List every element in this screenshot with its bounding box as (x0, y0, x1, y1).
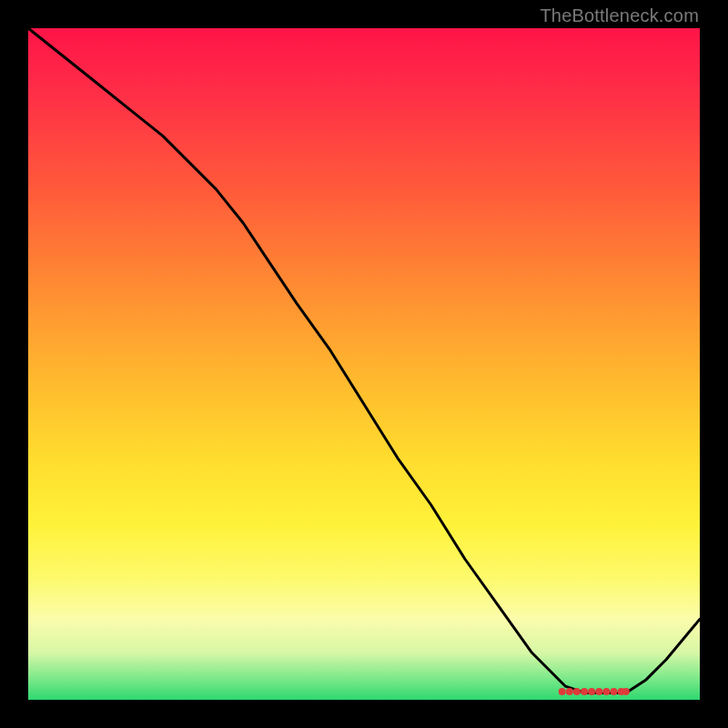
marker-dot (573, 688, 581, 695)
chart-frame: TheBottleneck.com (0, 0, 728, 728)
markers-svg (28, 28, 700, 700)
curve-path (28, 28, 700, 693)
plot-area (28, 28, 700, 700)
marker-dot (566, 688, 573, 695)
credit-text: TheBottleneck.com (540, 5, 699, 26)
marker-group (559, 688, 630, 695)
marker-dot (595, 688, 602, 695)
marker-dot (559, 688, 566, 695)
marker-dot (602, 688, 610, 695)
marker-dot (588, 688, 595, 695)
marker-dot (618, 688, 625, 695)
curve-svg (28, 28, 700, 700)
marker-dot (622, 688, 630, 695)
marker-dot (581, 688, 588, 695)
marker-dot (611, 688, 618, 695)
